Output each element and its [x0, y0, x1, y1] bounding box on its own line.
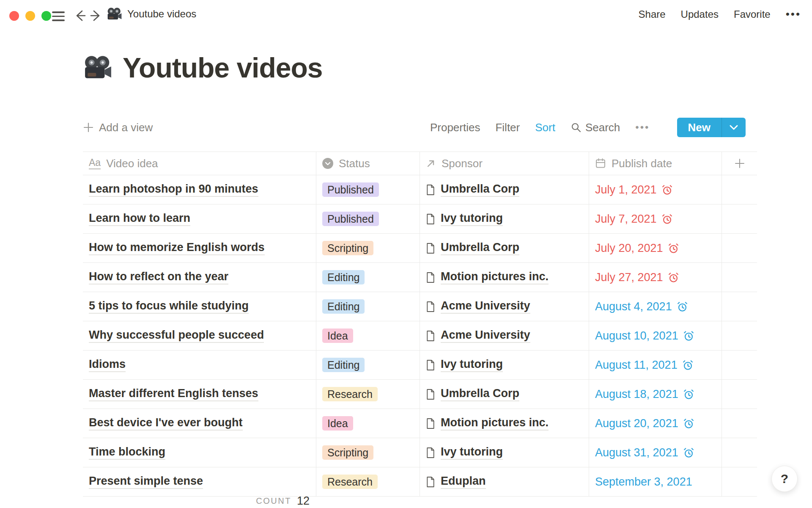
video-idea-title[interactable]: Idioms: [89, 358, 126, 372]
sponsor-cell[interactable]: Umbrella Corp: [420, 175, 589, 204]
video-idea-cell[interactable]: Learn how to learn: [83, 204, 316, 233]
status-cell[interactable]: Idea: [316, 409, 420, 438]
status-badge[interactable]: Idea: [322, 416, 353, 431]
status-badge[interactable]: Research: [322, 387, 378, 401]
video-idea-cell[interactable]: Time blocking: [83, 438, 316, 467]
video-idea-cell[interactable]: Idioms: [83, 351, 316, 379]
publish-date-cell[interactable]: August 31, 2021: [589, 438, 722, 467]
status-cell[interactable]: Published: [316, 204, 420, 233]
breadcrumb[interactable]: Youtube videos: [107, 7, 196, 21]
status-badge[interactable]: Editing: [322, 270, 365, 284]
video-idea-cell[interactable]: How to reflect on the year: [83, 263, 316, 292]
video-idea-title[interactable]: Master different English tenses: [89, 387, 258, 401]
sponsor-link[interactable]: Umbrella Corp: [441, 387, 519, 401]
sort-button[interactable]: Sort: [535, 121, 555, 134]
column-header-video-idea[interactable]: Aa Video idea: [83, 152, 316, 175]
video-idea-title[interactable]: Why successful people succeed: [89, 329, 264, 343]
publish-date-cell[interactable]: August 4, 2021: [589, 292, 722, 321]
video-idea-title[interactable]: Time blocking: [89, 445, 165, 460]
video-idea-cell[interactable]: Why successful people succeed: [83, 321, 316, 350]
sponsor-link[interactable]: Umbrella Corp: [441, 241, 519, 255]
column-header-status[interactable]: Status: [316, 152, 420, 175]
share-button[interactable]: Share: [639, 8, 666, 20]
sponsor-cell[interactable]: Ivy tutoring: [420, 351, 589, 379]
close-window-button[interactable]: [9, 11, 19, 21]
sponsor-link[interactable]: Motion pictures inc.: [441, 416, 549, 431]
sponsor-cell[interactable]: Ivy tutoring: [420, 204, 589, 233]
video-idea-cell[interactable]: 5 tips to focus while studying: [83, 292, 316, 321]
status-cell[interactable]: Editing: [316, 263, 420, 292]
video-idea-title[interactable]: Learn how to learn: [89, 212, 190, 226]
help-button[interactable]: ?: [771, 466, 798, 492]
more-options-icon[interactable]: •••: [786, 8, 801, 21]
favorite-button[interactable]: Favorite: [734, 8, 771, 20]
video-idea-cell[interactable]: Master different English tenses: [83, 380, 316, 409]
updates-button[interactable]: Updates: [681, 8, 719, 20]
status-badge[interactable]: Published: [322, 212, 379, 226]
status-cell[interactable]: Idea: [316, 321, 420, 350]
forward-arrow-icon[interactable]: [90, 9, 102, 22]
minimize-window-button[interactable]: [25, 11, 35, 21]
publish-date-cell[interactable]: September 3, 2021: [589, 467, 722, 496]
video-idea-cell[interactable]: Learn photoshop in 90 minutes: [83, 175, 316, 204]
sponsor-cell[interactable]: Motion pictures inc.: [420, 263, 589, 292]
publish-date-cell[interactable]: August 11, 2021: [589, 351, 722, 379]
sponsor-link[interactable]: Umbrella Corp: [441, 182, 519, 197]
properties-button[interactable]: Properties: [430, 121, 480, 134]
publish-date-cell[interactable]: August 20, 2021: [589, 409, 722, 438]
status-badge[interactable]: Published: [322, 182, 379, 197]
page-title[interactable]: Youtube videos: [123, 52, 323, 84]
status-cell[interactable]: Research: [316, 380, 420, 409]
page-movie-camera-icon[interactable]: [84, 55, 112, 80]
sponsor-cell[interactable]: Ivy tutoring: [420, 438, 589, 467]
sponsor-link[interactable]: Motion pictures inc.: [441, 270, 549, 284]
sidebar-toggle-icon[interactable]: [52, 11, 65, 21]
video-idea-title[interactable]: Present simple tense: [89, 475, 203, 489]
sponsor-cell[interactable]: Eduplan: [420, 467, 589, 496]
status-cell[interactable]: Research: [316, 467, 420, 496]
status-cell[interactable]: Scripting: [316, 234, 420, 262]
status-cell[interactable]: Scripting: [316, 438, 420, 467]
publish-date-cell[interactable]: August 10, 2021: [589, 321, 722, 350]
sponsor-link[interactable]: Acme University: [441, 329, 530, 343]
publish-date-cell[interactable]: August 18, 2021: [589, 380, 722, 409]
add-view-button[interactable]: Add a view: [83, 121, 153, 134]
view-more-icon[interactable]: •••: [635, 121, 650, 133]
video-idea-title[interactable]: How to reflect on the year: [89, 270, 228, 284]
sponsor-cell[interactable]: Umbrella Corp: [420, 380, 589, 409]
column-header-publish-date[interactable]: Publish date: [589, 152, 722, 175]
publish-date-cell[interactable]: July 27, 2021: [589, 263, 722, 292]
video-idea-title[interactable]: Learn photoshop in 90 minutes: [89, 182, 258, 197]
video-idea-title[interactable]: Best device I've ever bought: [89, 416, 243, 431]
zoom-window-button[interactable]: [41, 11, 51, 21]
sponsor-link[interactable]: Acme University: [441, 299, 530, 314]
sponsor-cell[interactable]: Acme University: [420, 321, 589, 350]
new-dropdown-button[interactable]: [721, 118, 746, 137]
sponsor-cell[interactable]: Umbrella Corp: [420, 234, 589, 262]
publish-date-cell[interactable]: July 20, 2021: [589, 234, 722, 262]
publish-date-cell[interactable]: July 7, 2021: [589, 204, 722, 233]
video-idea-cell[interactable]: Best device I've ever bought: [83, 409, 316, 438]
publish-date-cell[interactable]: July 1, 2021: [589, 175, 722, 204]
video-idea-cell[interactable]: How to memorize English words: [83, 234, 316, 262]
status-badge[interactable]: Research: [322, 475, 378, 489]
video-idea-title[interactable]: How to memorize English words: [89, 241, 265, 255]
status-cell[interactable]: Published: [316, 175, 420, 204]
sponsor-cell[interactable]: Acme University: [420, 292, 589, 321]
column-calculation[interactable]: COUNT 12: [83, 491, 316, 508]
search-button[interactable]: Search: [571, 121, 620, 134]
status-badge[interactable]: Editing: [322, 358, 365, 372]
status-badge[interactable]: Idea: [322, 329, 353, 343]
sponsor-link[interactable]: Ivy tutoring: [441, 212, 503, 226]
status-badge[interactable]: Scripting: [322, 445, 373, 460]
status-cell[interactable]: Editing: [316, 292, 420, 321]
video-idea-title[interactable]: 5 tips to focus while studying: [89, 299, 249, 314]
status-cell[interactable]: Editing: [316, 351, 420, 379]
status-badge[interactable]: Scripting: [322, 241, 373, 255]
filter-button[interactable]: Filter: [495, 121, 520, 134]
sponsor-link[interactable]: Ivy tutoring: [441, 358, 503, 372]
add-column-button[interactable]: [722, 152, 757, 175]
status-badge[interactable]: Editing: [322, 299, 365, 314]
breadcrumb-title[interactable]: Youtube videos: [127, 8, 196, 20]
sponsor-link[interactable]: Eduplan: [441, 475, 486, 489]
